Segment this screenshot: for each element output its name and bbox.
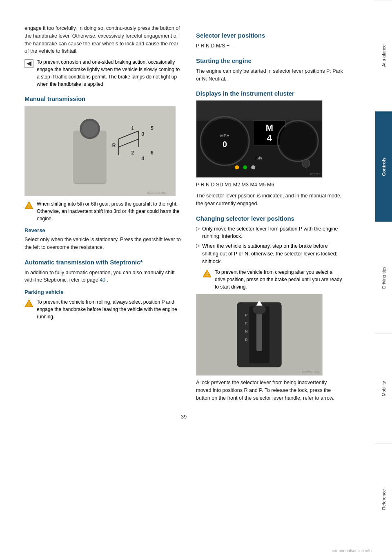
display-positions-text: P R N D SD M1 M2 M3 M4 M5 M6 [196,181,343,189]
svg-text:!: ! [28,301,30,307]
lock-text: A lock prevents the selector lever from … [196,379,343,402]
svg-text:3: 3 [141,131,144,137]
svg-point-47 [253,305,266,315]
gearshift-svg: 1 3 5 2 4 6 R BC07313.tmp [25,106,175,196]
sidebar-mobility-label: Mobility [381,381,386,396]
starting-engine-text: The engine can only be started in select… [196,67,343,83]
svg-point-33 [280,123,316,159]
svg-point-6 [82,121,98,137]
svg-text:BC07221.tmp: BC07221.tmp [310,173,322,177]
cluster-svg: MPH 0 M 4 Sin [196,100,322,178]
svg-text:R: R [245,321,248,325]
svg-text:M: M [266,123,273,133]
svg-text:BC07313.tmp: BC07313.tmp [147,191,167,195]
sidebar-controls-label: Controls [381,157,386,176]
bullet-item-2: ▷ When the vehicle is stationary, step o… [196,242,343,265]
note-corrosion: To prevent corrosion and one-sided braki… [24,58,184,88]
svg-text:BC07221.tmp: BC07221.tmp [302,371,319,374]
svg-text:2: 2 [131,150,134,156]
selector-positions-heading: Selector lever positions [196,32,343,39]
svg-text:5: 5 [151,125,154,131]
svg-text:Sin: Sin [257,156,262,160]
bullet-text-2: When the vehicle is stationary, step on … [202,242,343,265]
svg-point-34 [235,166,239,170]
gearshift-image: 1 3 5 2 4 6 R BC07313.tmp [24,106,176,196]
starting-engine-heading: Starting the engine [196,57,343,64]
svg-text:!: ! [206,271,208,277]
svg-point-35 [243,166,247,170]
sidebar-reference[interactable]: Reference [375,444,392,555]
note-creeping: ! To prevent the vehicle from creeping a… [203,269,343,291]
parking-warning-icon: ! [24,299,33,308]
bullet-arrow-2: ▷ [196,243,200,248]
page-number: 39 [24,414,343,420]
selector-positions-text: P R N D M/S + – [196,42,343,50]
svg-text:6: 6 [151,150,154,156]
note-gearshift-warning: ! When shifting into 5th or 6th gear, pr… [24,200,184,222]
sidebar-reference-label: Reference [381,489,386,510]
svg-marker-1 [27,61,31,66]
note-parking: ! To prevent the vehicle from rolling, a… [24,298,184,320]
sidebar-controls[interactable]: Controls [375,111,392,222]
svg-text:4: 4 [141,156,144,161]
left-column: engage it too forcefully. In doing so, c… [24,25,184,405]
sidebar-at-a-glance[interactable]: At a glance [375,0,392,111]
svg-point-38 [302,159,310,168]
sidebar-driving-tips[interactable]: Driving tips [375,222,392,333]
svg-point-36 [251,166,255,170]
svg-text:D: D [245,338,248,342]
auto-text-after: . [107,277,108,283]
sidebar-at-a-glance-label: At a glance [381,45,386,67]
bullet-text-1: Only move the selector lever from positi… [202,225,343,241]
svg-text:N: N [245,329,247,333]
bullet-arrow-1: ▷ [196,226,200,231]
svg-text:4: 4 [267,133,272,143]
bullet-item-1: ▷ Only move the selector lever from posi… [196,225,343,241]
parking-heading: Parking vehicle [24,289,184,295]
auto-transmission-heading: Automatic transmission with Steptronic* [24,259,184,266]
display-text: The selector lever position is indicated… [196,192,343,208]
watermark: carmanualsonline.info [332,548,372,553]
svg-text:0: 0 [223,140,227,149]
intro-paragraph: engage it too forcefully. In doing so, c… [24,25,184,55]
sidebar-mobility[interactable]: Mobility [375,333,392,444]
svg-rect-46 [256,311,262,351]
display-cluster-heading: Displays in the instrument cluster [196,90,343,97]
creeping-warning-icon: ! [203,269,212,278]
changing-heading: Changing selector lever positions [196,215,343,222]
svg-text:!: ! [28,203,30,209]
svg-text:1: 1 [131,125,134,131]
svg-text:P: P [245,313,247,318]
manual-transmission-heading: Manual transmission [24,95,184,102]
gearshift-warning-text: When shifting into 5th or 6th gear, pres… [37,200,184,222]
reverse-heading: Reverse [24,227,184,233]
cluster-image: MPH 0 M 4 Sin [196,100,323,178]
creeping-note-text: To prevent the vehicle from creeping aft… [215,269,343,291]
reverse-text: Select only when the vehicle is stationa… [24,236,184,251]
warning-triangle-icon: ! [24,201,33,210]
auto-link[interactable]: 40 [100,277,105,283]
note-corrosion-text: To prevent corrosion and one-sided braki… [37,58,184,88]
svg-rect-24 [196,101,322,121]
svg-text:R: R [112,143,116,148]
selector-svg: P R N D BC07221.tmp [196,294,322,376]
svg-text:MPH: MPH [220,133,229,138]
auto-text: In addition to fully automatic operation… [24,269,184,284]
selector-image: P R N D BC07221.tmp [196,294,323,376]
right-column: Selector lever positions P R N D M/S + –… [196,25,343,405]
parking-note-text: To prevent the vehicle from rolling, alw… [37,298,184,320]
sidebar-driving-tips-label: Driving tips [381,266,386,289]
sidebar: At a glance Controls Driving tips Mobili… [375,0,392,555]
note-arrow-icon [24,59,33,68]
